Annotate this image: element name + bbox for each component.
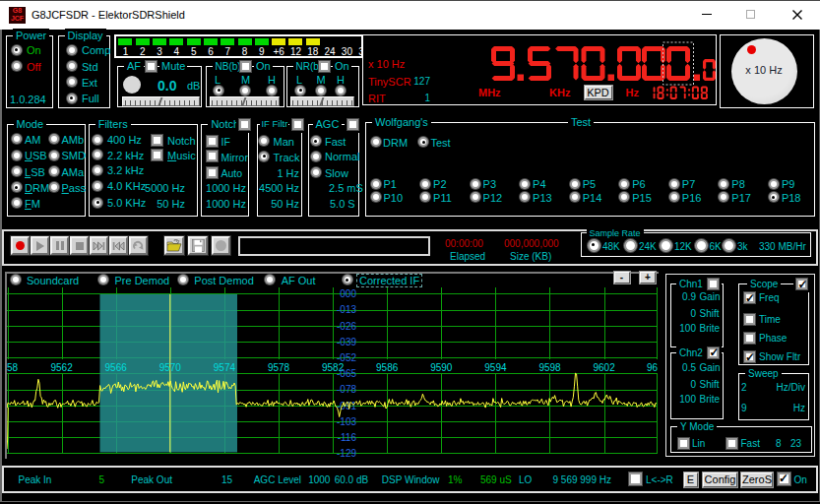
svg-text:-039: -039 (337, 337, 356, 347)
svg-text:96: 96 (647, 362, 659, 373)
svg-text:-116: -116 (338, 432, 357, 443)
svg-text:-026: -026 (337, 321, 356, 332)
svg-text:-129: -129 (337, 448, 356, 458)
svg-text:9574: 9574 (214, 362, 236, 373)
svg-text:-078: -078 (337, 384, 356, 395)
svg-text:9594: 9594 (484, 362, 507, 373)
svg-text:9570: 9570 (159, 362, 182, 373)
svg-text:-052: -052 (337, 352, 356, 363)
svg-text:9566: 9566 (105, 362, 128, 373)
svg-text:-103: -103 (337, 416, 356, 427)
svg-text:9602: 9602 (593, 362, 615, 373)
svg-text:9562: 9562 (50, 362, 73, 373)
svg-text:-065: -065 (337, 368, 356, 379)
svg-text:9598: 9598 (538, 362, 561, 373)
svg-text:58: 58 (7, 362, 19, 373)
svg-text:000: 000 (340, 288, 356, 299)
svg-text:9586: 9586 (376, 362, 399, 373)
svg-text:-013: -013 (337, 304, 356, 315)
svg-text:9590: 9590 (430, 362, 453, 373)
svg-text:9578: 9578 (268, 362, 290, 373)
